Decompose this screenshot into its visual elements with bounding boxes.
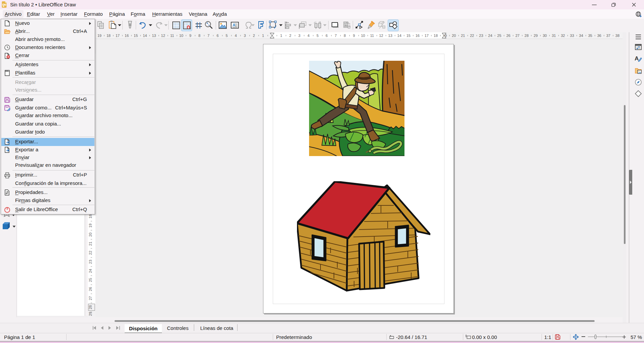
- svg-text:13: 13: [388, 34, 392, 38]
- svg-text:5: 5: [316, 34, 318, 38]
- svg-text:25: 25: [497, 34, 501, 38]
- svg-text:11: 11: [370, 34, 374, 38]
- svg-text:34: 34: [579, 34, 583, 38]
- svg-text:27: 27: [515, 34, 519, 38]
- svg-text:26: 26: [506, 34, 510, 38]
- svg-text:18: 18: [106, 34, 111, 38]
- svg-text:24: 24: [488, 34, 492, 38]
- svg-text:16: 16: [416, 34, 420, 38]
- svg-text:30: 30: [543, 34, 547, 38]
- svg-text:9: 9: [353, 34, 355, 38]
- svg-text:10: 10: [179, 34, 183, 38]
- svg-text:6: 6: [217, 34, 219, 38]
- svg-text:21: 21: [88, 242, 92, 246]
- svg-text:18: 18: [88, 214, 92, 218]
- svg-text:22: 22: [88, 251, 92, 255]
- svg-text:2: 2: [253, 34, 255, 38]
- svg-text:20: 20: [452, 34, 456, 38]
- svg-text:6: 6: [326, 34, 328, 38]
- svg-text:23: 23: [479, 34, 483, 38]
- svg-text:33: 33: [570, 34, 574, 38]
- svg-text:25: 25: [88, 278, 92, 282]
- svg-text:12: 12: [161, 34, 165, 38]
- svg-text:37: 37: [606, 34, 610, 38]
- svg-text:13: 13: [152, 34, 156, 38]
- svg-text:17: 17: [425, 34, 429, 38]
- svg-text:1: 1: [280, 34, 282, 38]
- svg-text:35: 35: [588, 34, 592, 38]
- svg-text:4: 4: [235, 34, 237, 38]
- svg-text:18: 18: [434, 34, 438, 38]
- svg-text:36: 36: [597, 34, 601, 38]
- svg-text:12: 12: [379, 34, 383, 38]
- svg-text:8: 8: [199, 34, 201, 38]
- svg-text:10: 10: [361, 34, 365, 38]
- svg-text:7: 7: [208, 34, 210, 38]
- svg-text:28: 28: [88, 305, 92, 309]
- svg-text:28: 28: [524, 34, 528, 38]
- svg-text:22: 22: [470, 34, 474, 38]
- svg-text:21: 21: [461, 34, 465, 38]
- svg-text:26: 26: [88, 287, 92, 291]
- svg-text:29: 29: [533, 34, 538, 38]
- svg-text:15: 15: [406, 34, 411, 38]
- svg-text:8: 8: [344, 34, 346, 38]
- svg-text:19: 19: [97, 34, 101, 38]
- svg-text:A: A: [635, 55, 639, 62]
- svg-text:11: 11: [170, 34, 174, 38]
- svg-text:2: 2: [289, 34, 291, 38]
- svg-text:4: 4: [307, 34, 309, 38]
- svg-text:31: 31: [552, 34, 556, 38]
- svg-text:23: 23: [88, 260, 92, 264]
- svg-text:14: 14: [397, 34, 401, 38]
- svg-text:16: 16: [125, 34, 129, 38]
- svg-text:3: 3: [244, 34, 246, 38]
- svg-text:20: 20: [88, 233, 92, 237]
- svg-text:14: 14: [143, 34, 147, 38]
- svg-text:32: 32: [561, 34, 565, 38]
- svg-text:17: 17: [116, 34, 120, 38]
- svg-text:19: 19: [88, 224, 92, 228]
- svg-text:15: 15: [134, 34, 138, 38]
- svg-text:1: 1: [262, 34, 264, 38]
- svg-text:3: 3: [298, 34, 300, 38]
- svg-text:7: 7: [335, 34, 337, 38]
- svg-text:24: 24: [88, 269, 92, 273]
- svg-text:27: 27: [88, 296, 92, 300]
- svg-text:9: 9: [189, 34, 191, 38]
- svg-text:29: 29: [88, 312, 92, 316]
- svg-text:5: 5: [226, 34, 228, 38]
- svg-text:38: 38: [615, 34, 619, 38]
